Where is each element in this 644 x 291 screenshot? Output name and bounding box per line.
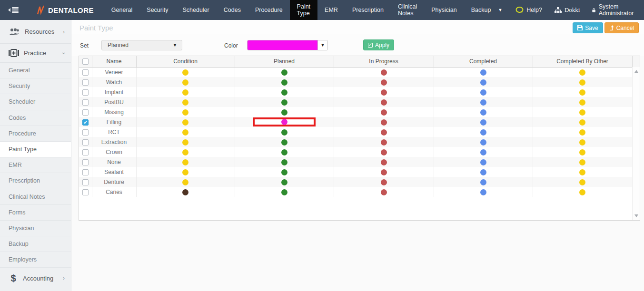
sidebar-item-accounting[interactable]: $ Accounting › bbox=[0, 268, 71, 289]
status-dot[interactable] bbox=[480, 89, 486, 96]
row-checkbox-rct[interactable] bbox=[82, 129, 89, 136]
status-dot[interactable] bbox=[381, 159, 387, 165]
status-dot[interactable] bbox=[579, 89, 585, 96]
nav-item-backup[interactable]: Backup bbox=[464, 0, 498, 20]
brand[interactable]: DENTALORE bbox=[37, 0, 94, 20]
status-dot[interactable] bbox=[281, 79, 287, 86]
row-checkbox-sealant[interactable] bbox=[82, 169, 89, 175]
nav-item-emr[interactable]: EMR bbox=[317, 0, 345, 20]
status-dot[interactable] bbox=[480, 79, 486, 86]
row-checkbox-none[interactable] bbox=[82, 159, 89, 165]
status-dot[interactable] bbox=[480, 139, 486, 146]
status-dot[interactable] bbox=[381, 179, 387, 185]
row-checkbox-filling[interactable] bbox=[82, 119, 89, 126]
row-checkbox-caries[interactable] bbox=[82, 189, 89, 195]
status-dot[interactable] bbox=[480, 119, 486, 126]
status-dot[interactable] bbox=[182, 79, 188, 86]
status-dot[interactable] bbox=[281, 119, 287, 125]
status-dot[interactable] bbox=[480, 69, 486, 76]
sidebar-item-employers[interactable]: Employers bbox=[0, 252, 71, 268]
status-dot[interactable] bbox=[579, 159, 585, 165]
status-dot[interactable] bbox=[281, 159, 287, 165]
status-dot[interactable] bbox=[281, 89, 287, 96]
status-dot[interactable] bbox=[480, 159, 486, 165]
status-dot[interactable] bbox=[381, 149, 387, 155]
sidebar-item-clinical-notes[interactable]: Clinical Notes bbox=[0, 189, 71, 205]
status-dot[interactable] bbox=[281, 139, 287, 146]
set-dropdown[interactable]: Planned ▼ bbox=[101, 40, 182, 50]
row-checkbox-watch[interactable] bbox=[82, 79, 89, 86]
status-dot[interactable] bbox=[480, 149, 486, 155]
sidebar-collapse-icon[interactable] bbox=[8, 0, 19, 20]
nav-item-general[interactable]: General bbox=[104, 0, 139, 20]
sidebar-item-physician[interactable]: Physician bbox=[0, 221, 71, 236]
clinic-button[interactable]: Dokki bbox=[555, 6, 580, 14]
status-dot[interactable] bbox=[480, 129, 486, 136]
status-dot[interactable] bbox=[480, 189, 486, 195]
status-dot[interactable] bbox=[480, 179, 486, 185]
row-checkbox-implant[interactable] bbox=[82, 89, 89, 96]
nav-item-clinical-notes[interactable]: Clinical Notes bbox=[391, 0, 424, 20]
sidebar-item-paint-type[interactable]: Paint Type bbox=[0, 142, 71, 157]
status-dot[interactable] bbox=[579, 179, 585, 185]
status-dot[interactable] bbox=[579, 69, 585, 76]
nav-item-procedure[interactable]: Procedure bbox=[248, 0, 290, 20]
status-dot[interactable] bbox=[281, 109, 287, 116]
status-dot[interactable] bbox=[579, 149, 585, 155]
status-dot[interactable] bbox=[579, 189, 585, 195]
status-dot[interactable] bbox=[281, 169, 287, 175]
status-dot[interactable] bbox=[182, 159, 188, 165]
sidebar-item-forms[interactable]: Forms bbox=[0, 205, 71, 221]
status-dot[interactable] bbox=[182, 99, 188, 106]
row-checkbox-postbu[interactable] bbox=[82, 99, 89, 106]
status-dot[interactable] bbox=[182, 119, 188, 126]
status-dot[interactable] bbox=[579, 79, 585, 86]
scroll-down-icon[interactable] bbox=[634, 214, 638, 217]
save-button[interactable]: Save bbox=[573, 22, 603, 33]
sidebar-item-procedure[interactable]: Procedure bbox=[0, 126, 71, 142]
status-dot[interactable] bbox=[281, 179, 287, 185]
status-dot[interactable] bbox=[182, 139, 188, 146]
status-dot[interactable] bbox=[381, 129, 387, 136]
status-dot[interactable] bbox=[480, 109, 486, 116]
nav-item-codes[interactable]: Codes bbox=[217, 0, 248, 20]
cancel-button[interactable]: Cancel bbox=[604, 22, 639, 33]
row-checkbox-crown[interactable] bbox=[82, 149, 89, 155]
status-dot[interactable] bbox=[381, 99, 387, 106]
status-dot[interactable] bbox=[381, 109, 387, 116]
row-checkbox-extraction[interactable] bbox=[82, 139, 89, 146]
table-scrollbar[interactable] bbox=[632, 67, 640, 220]
status-dot[interactable] bbox=[281, 129, 287, 136]
row-checkbox-veneer[interactable] bbox=[82, 69, 89, 76]
status-dot[interactable] bbox=[182, 189, 188, 195]
status-dot[interactable] bbox=[281, 69, 287, 76]
nav-item-physician[interactable]: Physician bbox=[424, 0, 464, 20]
help-button[interactable]: Help? bbox=[515, 7, 542, 14]
sidebar-item-practice[interactable]: Practice › bbox=[0, 44, 71, 63]
status-dot[interactable] bbox=[182, 89, 188, 96]
status-dot[interactable] bbox=[381, 169, 387, 175]
status-dot[interactable] bbox=[480, 99, 486, 106]
sidebar-item-codes[interactable]: Codes bbox=[0, 110, 71, 126]
row-checkbox-denture[interactable] bbox=[82, 179, 89, 185]
sidebar-item-resources[interactable]: Resources › bbox=[0, 20, 71, 44]
status-dot[interactable] bbox=[579, 109, 585, 116]
sidebar-item-general[interactable]: General bbox=[0, 63, 71, 78]
status-dot[interactable] bbox=[281, 99, 287, 106]
status-dot[interactable] bbox=[381, 89, 387, 96]
status-dot[interactable] bbox=[381, 79, 387, 86]
status-dot[interactable] bbox=[182, 129, 188, 136]
status-dot[interactable] bbox=[381, 69, 387, 76]
status-dot[interactable] bbox=[480, 169, 486, 175]
status-dot[interactable] bbox=[579, 169, 585, 175]
row-checkbox-missing[interactable] bbox=[82, 109, 89, 116]
nav-item-scheduler[interactable]: Scheduler bbox=[175, 0, 216, 20]
nav-item-paint-type[interactable]: Paint Type bbox=[290, 0, 318, 20]
status-dot[interactable] bbox=[182, 109, 188, 116]
sidebar-item-scheduler[interactable]: Scheduler bbox=[0, 94, 71, 110]
color-dropdown[interactable]: ▼ bbox=[247, 40, 328, 50]
status-dot[interactable] bbox=[381, 139, 387, 146]
select-all-checkbox[interactable] bbox=[82, 58, 89, 65]
status-dot[interactable] bbox=[381, 119, 387, 126]
status-dot[interactable] bbox=[381, 189, 387, 195]
